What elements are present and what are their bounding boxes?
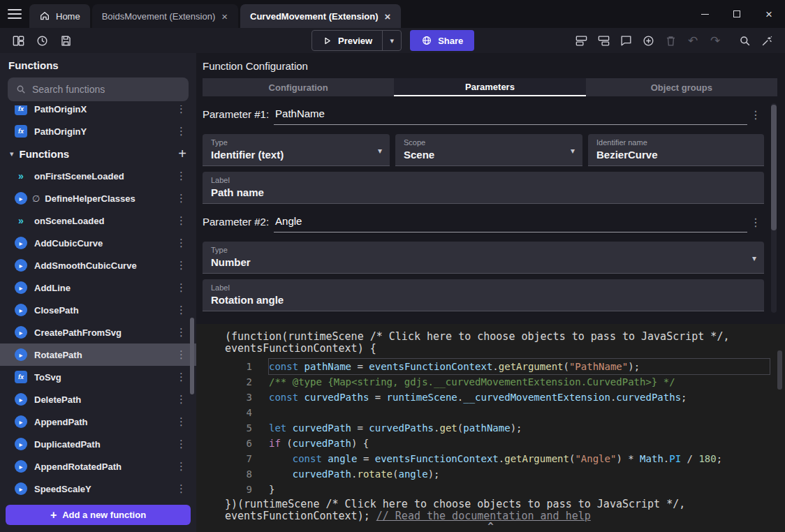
function-name: onFirstSceneLoaded [34,171,166,182]
function-item[interactable]: ▸DuplicatedPath⋮ [0,433,196,455]
config-scrollbar[interactable] [771,105,777,230]
delete-icon[interactable] [661,31,680,50]
preview-options-caret-icon[interactable]: ▾ [383,36,401,45]
type-select[interactable]: Type Number ▾ [203,242,764,274]
tab-object-groups[interactable]: Object groups [586,78,777,96]
parameter-menu-icon[interactable]: ⋮ [747,108,764,125]
search-icon[interactable] [735,31,754,50]
caret-down-icon: ▾ [571,146,575,156]
code-line[interactable]: 7 const angle = eventsFunctionContext.ge… [196,451,785,466]
undo-icon[interactable]: ↶ [683,31,703,50]
code-line[interactable]: 6if (curvedPath) { [196,436,785,451]
parameter-name-field[interactable]: Angle [274,215,747,232]
scope-select[interactable]: Scope Scene ▾ [395,134,582,166]
code-line[interactable]: 5let curvedPath = curvedPaths.get(pathNa… [196,420,785,436]
titlebar: Home BoidsMovement (Extension) × CurvedM… [0,0,785,28]
function-item[interactable]: fxToSvg⋮ [0,366,196,388]
row-menu-icon[interactable]: ⋮ [173,326,189,339]
minimize-icon [701,14,709,15]
tab-parameters[interactable]: Parameters [394,78,585,96]
preview-button[interactable]: Preview ▾ [311,30,402,51]
add-subevent-icon[interactable] [594,31,613,50]
row-menu-icon[interactable]: ⋮ [173,415,189,428]
row-menu-icon[interactable]: ⋮ [173,237,189,249]
close-button[interactable]: × [753,0,785,28]
identifier-name-field[interactable]: Identifier name BezierCurve [588,134,764,166]
row-menu-icon[interactable]: ⋮ [173,105,189,115]
action-icon: ▸ [15,482,27,495]
close-tab-icon[interactable]: × [221,11,228,22]
row-menu-icon[interactable]: ⋮ [173,304,189,316]
row-menu-icon[interactable]: ⋮ [173,259,189,272]
parameter-name-field[interactable]: PathName [274,108,747,125]
parameter-menu-icon[interactable]: ⋮ [747,216,764,232]
tab-configuration[interactable]: Configuration [203,78,394,96]
close-tab-icon[interactable]: × [384,11,392,22]
function-item[interactable]: ▸AppendPath⋮ [0,411,196,433]
code-line[interactable]: 8 curvedPath.rotate(angle); [196,466,785,482]
function-item[interactable]: ▸DeletePath⋮ [0,388,196,411]
function-item[interactable]: »onFirstSceneLoaded⋮ [0,165,196,187]
code-scrollbar[interactable] [777,350,782,390]
search-box[interactable] [8,77,189,101]
expression-icon: fx [15,105,27,115]
functions-section-header[interactable]: ▾Functions+ [0,142,196,165]
type-select[interactable]: Type Identifier (text) ▾ [203,134,390,166]
tab-curvedmovement[interactable]: CurvedMovement (Extension) × [240,4,401,28]
function-item[interactable]: ▸∅DefineHelperClasses⋮ [0,187,196,209]
function-item[interactable]: ▸AddCubicCurve⋮ [0,232,196,254]
history-icon[interactable] [32,31,52,50]
function-item[interactable]: fxPathOriginY⋮ [0,120,196,142]
row-menu-icon[interactable]: ⋮ [173,348,189,361]
function-item[interactable]: fxPathOriginX⋮ [0,105,196,120]
function-item[interactable]: ▸CreatePathFromSvg⋮ [0,321,196,343]
function-name: AddCubicCurve [34,238,166,249]
row-menu-icon[interactable]: ⋮ [173,281,189,294]
function-item[interactable]: ▸AddLine⋮ [0,276,196,299]
function-item[interactable]: ▸SpeedScaleY⋮ [0,478,196,500]
row-menu-icon[interactable]: ⋮ [173,482,189,495]
editor-layout-icon[interactable] [8,31,28,50]
add-comment-icon[interactable] [616,31,636,50]
row-menu-icon[interactable]: ⋮ [173,170,189,182]
main-menu-icon[interactable] [0,0,29,28]
code-line[interactable]: 9} [196,482,785,497]
add-event-icon[interactable] [571,31,591,50]
tab-boidsmovement[interactable]: BoidsMovement (Extension) × [92,4,238,28]
row-menu-icon[interactable]: ⋮ [173,371,189,383]
maximize-button[interactable] [721,0,753,28]
function-item[interactable]: ▸ClosePath⋮ [0,299,196,321]
code-lines[interactable]: 1const pathName = eventsFunctionContext.… [196,359,785,497]
function-item[interactable]: ▸RotatePath⋮ [0,343,196,366]
code-line[interactable]: 1const pathName = eventsFunctionContext.… [196,359,785,374]
search-functions-input[interactable] [32,84,181,95]
row-menu-icon[interactable]: ⋮ [173,393,189,406]
function-item[interactable]: ▸AppendRotatedPath⋮ [0,455,196,478]
add-new-function-button[interactable]: + Add a new function [6,505,191,525]
function-item[interactable]: ▸AddSmoothCubicCurve⋮ [0,254,196,276]
share-button[interactable]: Share [410,30,474,51]
collapse-editor-chevron-icon[interactable]: ^ [487,521,493,532]
save-icon[interactable] [56,31,75,50]
row-menu-icon[interactable]: ⋮ [173,125,189,138]
extension-settings-wand-icon[interactable] [757,31,777,50]
row-menu-icon[interactable]: ⋮ [173,438,189,450]
tab-home[interactable]: Home [29,4,90,28]
function-item[interactable]: »onSceneLoaded⋮ [0,209,196,232]
row-menu-icon[interactable]: ⋮ [173,460,189,473]
label-field[interactable]: Label Path name [203,172,764,204]
javascript-code-editor[interactable]: (function(runtimeScene /* Click here to … [196,324,785,532]
minimize-button[interactable] [689,0,721,28]
row-menu-icon[interactable]: ⋮ [173,192,189,205]
choose-event-icon[interactable] [638,31,658,50]
row-menu-icon[interactable]: ⋮ [173,214,189,227]
documentation-link[interactable]: // Read the documentation and help [376,510,591,522]
code-line[interactable]: 3const curvedPaths = runtimeScene.__curv… [196,390,785,405]
add-function-icon[interactable]: + [177,147,188,161]
code-line[interactable]: 4 [196,405,785,420]
configuration-tabs: Configuration Parameters Object groups [203,78,777,96]
label-field[interactable]: Label Rotation angle [203,279,764,311]
sidebar-scrollbar[interactable] [190,318,194,394]
code-line[interactable]: 2/** @type {Map<string, gdjs.__curvedMov… [196,374,785,390]
redo-icon[interactable]: ↷ [705,31,725,50]
